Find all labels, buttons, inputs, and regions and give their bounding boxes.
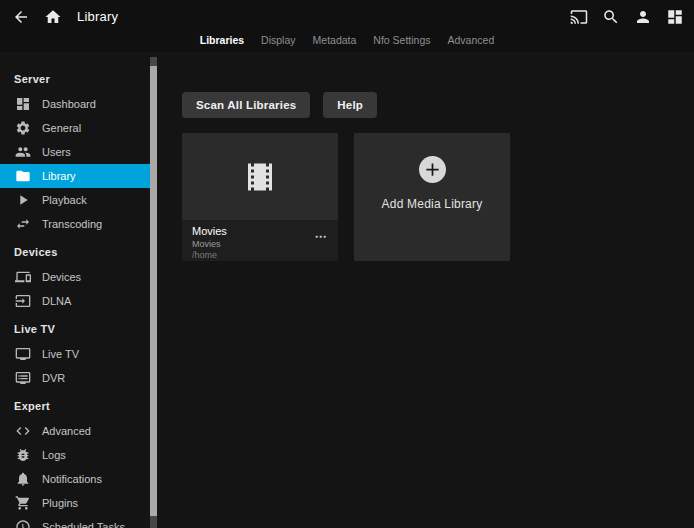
sidebar-item-notifications[interactable]: Notifications	[0, 467, 150, 491]
folder-icon	[15, 168, 31, 184]
sidebar-item-label: Logs	[42, 449, 66, 461]
library-content: Scan All Libraries Help MoviesMovies/hom…	[158, 52, 694, 528]
sidebar-item-users[interactable]: Users	[0, 140, 150, 164]
sidebar-item-transcoding[interactable]: Transcoding	[0, 212, 150, 236]
page-body: ServerDashboardGeneralUsersLibraryPlayba…	[0, 52, 694, 528]
help-button[interactable]: Help	[323, 92, 377, 118]
sidebar-item-library[interactable]: Library	[0, 164, 150, 188]
sidebar-item-live-tv[interactable]: Live TV	[0, 342, 150, 366]
header-actions	[568, 6, 686, 28]
add-media-library-label: Add Media Library	[382, 197, 483, 211]
sidebar-section-devices: DevicesDevicesDLNA	[0, 246, 158, 313]
more-dots-icon[interactable]: ●●●	[315, 232, 327, 241]
sidebar-item-devices[interactable]: Devices	[0, 265, 150, 289]
back-button[interactable]	[10, 6, 32, 28]
add-media-library-card[interactable]: Add Media Library	[354, 133, 510, 261]
title-row: Library	[0, 0, 694, 33]
tab-advanced[interactable]: Advanced	[446, 33, 497, 47]
tab-metadata[interactable]: Metadata	[311, 33, 359, 47]
sidebar-item-label: Dashboard	[42, 98, 96, 110]
tab-libraries[interactable]: Libraries	[198, 33, 246, 47]
sidebar-section-server: ServerDashboardGeneralUsersLibraryPlayba…	[0, 73, 158, 236]
sidebar-item-advanced[interactable]: Advanced	[0, 419, 150, 443]
sidebar-scrollbar-thumb[interactable]	[150, 66, 157, 516]
sidebar-item-label: Scheduled Tasks	[42, 521, 125, 528]
sidebar-item-label: Advanced	[42, 425, 91, 437]
sidebar-item-dvr[interactable]: DVR	[0, 366, 150, 390]
tab-display[interactable]: Display	[259, 33, 297, 47]
sidebar-section-header: Server	[0, 73, 158, 86]
dashboard-button[interactable]	[664, 6, 686, 28]
sidebar-section-header: Expert	[0, 400, 158, 413]
admin-sidebar: ServerDashboardGeneralUsersLibraryPlayba…	[0, 52, 158, 528]
sidebar-menu: ServerDashboardGeneralUsersLibraryPlayba…	[0, 52, 158, 528]
page-title: Library	[77, 9, 118, 24]
library-name: Movies	[192, 225, 328, 238]
tab-bar: LibrariesDisplayMetadataNfo SettingsAdva…	[0, 33, 694, 52]
sidebar-section-expert: ExpertAdvancedLogsNotificationsPluginsSc…	[0, 400, 158, 528]
library-type: Movies	[192, 239, 328, 250]
code-icon	[15, 423, 31, 439]
clock-icon	[15, 519, 31, 528]
sidebar-section-header: Devices	[0, 246, 158, 259]
library-card-image[interactable]	[182, 133, 338, 220]
sidebar-item-playback[interactable]: Playback	[0, 188, 150, 212]
sidebar-item-label: Plugins	[42, 497, 78, 509]
bell-icon	[15, 471, 31, 487]
scan-all-libraries-button[interactable]: Scan All Libraries	[182, 92, 310, 118]
search-button[interactable]	[600, 6, 622, 28]
gear-icon	[15, 120, 31, 136]
home-button[interactable]	[42, 6, 64, 28]
sidebar-item-dashboard[interactable]: Dashboard	[0, 92, 150, 116]
sidebar-item-label: DLNA	[42, 295, 71, 307]
play-icon	[15, 192, 31, 208]
top-bar: Library LibrariesDisplayMetadataNfo Sett…	[0, 0, 694, 52]
user-button[interactable]	[632, 6, 654, 28]
sidebar-scrollbar-track[interactable]	[150, 57, 157, 528]
devices-icon	[15, 269, 31, 285]
library-card-info: MoviesMovies/home●●●	[182, 220, 338, 261]
film-strip-icon	[242, 159, 278, 195]
people-icon	[15, 144, 31, 160]
cast-button[interactable]	[568, 6, 590, 28]
sidebar-item-scheduled-tasks[interactable]: Scheduled Tasks	[0, 515, 150, 528]
tab-nfo-settings[interactable]: Nfo Settings	[371, 33, 432, 47]
cart-icon	[15, 495, 31, 511]
sidebar-item-label: Library	[42, 170, 76, 182]
sidebar-item-label: Notifications	[42, 473, 102, 485]
bug-icon	[15, 447, 31, 463]
sidebar-item-general[interactable]: General	[0, 116, 150, 140]
sidebar-item-label: Devices	[42, 271, 81, 283]
sidebar-section-header: Live TV	[0, 323, 158, 336]
library-card-movies[interactable]: MoviesMovies/home●●●	[182, 133, 338, 261]
dashboard-icon	[15, 96, 31, 112]
sidebar-item-label: DVR	[42, 372, 65, 384]
sidebar-item-logs[interactable]: Logs	[0, 443, 150, 467]
plus-icon	[419, 156, 446, 183]
library-path: /home	[192, 250, 328, 261]
toolbar: Scan All Libraries Help	[182, 92, 694, 118]
input-icon	[15, 293, 31, 309]
library-cards: MoviesMovies/home●●● Add Media Library	[182, 133, 694, 261]
sidebar-item-dlna[interactable]: DLNA	[0, 289, 150, 313]
dvr-icon	[15, 370, 31, 386]
swap-arrows-icon	[15, 216, 31, 232]
sidebar-section-live-tv: Live TVLive TVDVR	[0, 323, 158, 390]
sidebar-item-label: Live TV	[42, 348, 79, 360]
tv-icon	[15, 346, 31, 362]
sidebar-item-label: General	[42, 122, 81, 134]
sidebar-item-label: Playback	[42, 194, 87, 206]
sidebar-item-label: Transcoding	[42, 218, 102, 230]
sidebar-item-label: Users	[42, 146, 71, 158]
sidebar-item-plugins[interactable]: Plugins	[0, 491, 150, 515]
